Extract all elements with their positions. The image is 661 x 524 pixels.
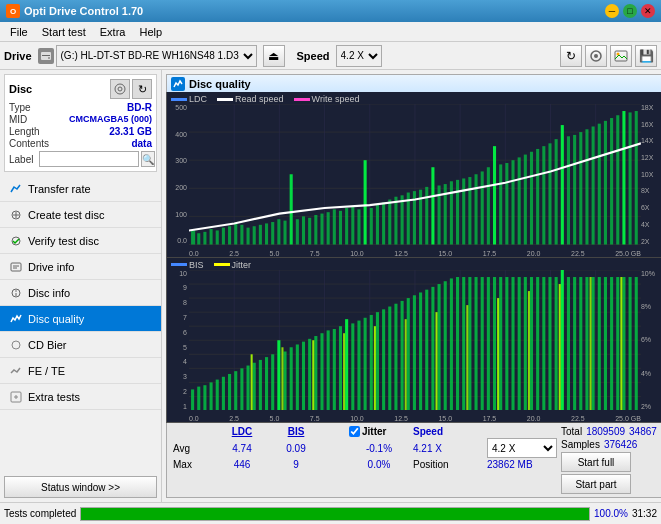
length-value: 23.31 GB (109, 126, 152, 137)
svg-rect-134 (210, 382, 213, 410)
sidebar-item-fe-te[interactable]: FE / TE (0, 358, 161, 384)
legend-jitter: Jitter (214, 260, 252, 270)
speed-label: Speed (297, 50, 330, 62)
svg-rect-39 (197, 233, 200, 244)
y-left-0: 0.0 (177, 237, 187, 244)
bottom-chart-legend: BIS Jitter (171, 260, 251, 270)
svg-point-17 (15, 290, 17, 292)
svg-rect-109 (629, 112, 632, 244)
svg-rect-63 (345, 208, 348, 245)
svg-rect-57 (308, 218, 311, 245)
drive-select[interactable]: (G:) HL-DT-ST BD-RE WH16NS48 1.D3 (56, 45, 257, 67)
svg-rect-55 (296, 219, 299, 244)
progress-bar-container (80, 507, 590, 521)
svg-rect-91 (518, 157, 521, 244)
image-button[interactable] (610, 45, 632, 67)
svg-rect-184 (518, 277, 521, 410)
svg-rect-88 (499, 164, 502, 244)
length-label: Length (9, 126, 40, 137)
svg-rect-207 (435, 312, 437, 410)
sidebar-item-cd-bier[interactable]: CD Bier (0, 332, 161, 358)
svg-rect-49 (259, 225, 262, 245)
disc-quality-title: Disc quality (189, 78, 251, 90)
disc-scan-icon[interactable] (110, 79, 130, 99)
svg-rect-197 (598, 277, 601, 410)
speed-dropdown[interactable]: 4.2 X (487, 438, 557, 458)
svg-rect-182 (505, 277, 508, 410)
menu-file[interactable]: File (4, 24, 34, 40)
svg-rect-176 (468, 277, 471, 410)
config-button[interactable] (585, 45, 607, 67)
svg-rect-191 (561, 270, 564, 411)
svg-rect-177 (475, 277, 478, 410)
svg-rect-181 (499, 277, 502, 410)
minimize-button[interactable]: ─ (605, 4, 619, 18)
svg-rect-160 (370, 314, 373, 410)
disc-refresh-icon[interactable]: ↻ (132, 79, 152, 99)
jitter-checkbox-container[interactable]: Jitter (349, 426, 409, 437)
maximize-button[interactable]: □ (623, 4, 637, 18)
svg-rect-52 (277, 219, 280, 244)
svg-rect-81 (456, 180, 459, 245)
svg-rect-84 (475, 174, 478, 244)
top-chart-x-axis: 0.0 2.5 5.0 7.5 10.0 12.5 15.0 17.5 20.0… (189, 250, 641, 257)
svg-rect-83 (468, 177, 471, 244)
samples-row: Samples 376426 (561, 439, 657, 450)
start-full-button[interactable]: Start full (561, 452, 631, 472)
svg-rect-103 (592, 126, 595, 244)
svg-rect-47 (247, 228, 250, 245)
speed-select[interactable]: 4.2 X (336, 45, 382, 67)
sidebar-item-disc-info[interactable]: Disc info (0, 280, 161, 306)
menu-help[interactable]: Help (133, 24, 168, 40)
svg-rect-211 (281, 347, 283, 410)
legend-read-speed: Read speed (217, 94, 284, 104)
svg-rect-156 (345, 319, 348, 410)
svg-rect-60 (327, 212, 330, 244)
top-chart-legend: LDC Read speed Write speed (171, 94, 359, 104)
svg-rect-138 (234, 371, 237, 410)
svg-rect-205 (312, 340, 314, 410)
write-speed-legend-label: Write speed (312, 94, 360, 104)
disc-label-button[interactable]: 🔍 (141, 151, 155, 167)
svg-rect-101 (579, 132, 582, 244)
sidebar-item-transfer-rate[interactable]: Transfer rate (0, 176, 161, 202)
read-speed-legend-label: Read speed (235, 94, 284, 104)
sidebar-item-drive-info[interactable]: Drive info (0, 254, 161, 280)
app-title: Opti Drive Control 1.70 (24, 5, 143, 17)
menu-extra[interactable]: Extra (94, 24, 132, 40)
svg-rect-157 (351, 323, 354, 410)
svg-rect-89 (505, 163, 508, 244)
svg-rect-215 (528, 291, 530, 410)
y-left-300: 300 (175, 157, 187, 164)
sidebar-item-disc-quality[interactable]: Disc quality (0, 306, 161, 332)
svg-rect-198 (604, 277, 607, 410)
sidebar-item-extra-tests[interactable]: Extra tests (0, 384, 161, 410)
svg-rect-186 (530, 277, 533, 410)
legend-bis: BIS (171, 260, 204, 270)
jitter-checkbox-label[interactable]: Jitter (362, 426, 386, 437)
svg-rect-80 (450, 181, 453, 244)
content-area: Disc quality LDC Read speed (162, 70, 661, 502)
close-button[interactable]: ✕ (641, 4, 655, 18)
svg-rect-13 (11, 263, 21, 271)
svg-rect-204 (251, 354, 253, 410)
sidebar-item-verify-test-disc[interactable]: Verify test disc (0, 228, 161, 254)
jitter-checkbox[interactable] (349, 426, 360, 437)
svg-rect-58 (314, 215, 317, 245)
legend-write-speed: Write speed (294, 94, 360, 104)
svg-rect-105 (604, 121, 607, 245)
svg-rect-179 (487, 277, 490, 410)
disc-label-input[interactable] (39, 151, 139, 167)
refresh-button[interactable]: ↻ (560, 45, 582, 67)
svg-rect-132 (197, 386, 200, 410)
save-button[interactable]: 💾 (635, 45, 657, 67)
start-part-button[interactable]: Start part (561, 474, 631, 494)
eject-button[interactable]: ⏏ (263, 45, 285, 67)
svg-rect-193 (573, 277, 576, 410)
svg-rect-153 (327, 330, 330, 410)
sidebar-item-create-test-disc[interactable]: Create test disc (0, 202, 161, 228)
menu-start-test[interactable]: Start test (36, 24, 92, 40)
svg-rect-50 (265, 223, 268, 244)
status-window-button[interactable]: Status window >> (4, 476, 157, 498)
title-bar: O Opti Drive Control 1.70 ─ □ ✕ (0, 0, 661, 22)
